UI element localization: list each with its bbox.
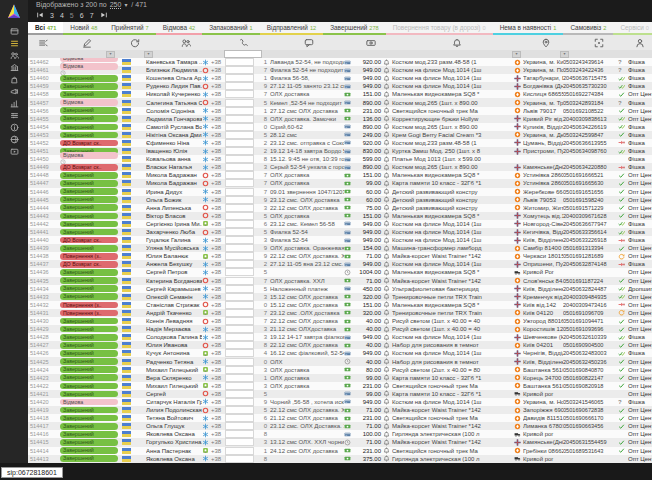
phone-masked-field[interactable]: [225, 212, 255, 220]
phone-masked-field[interactable]: [225, 220, 255, 228]
phone-masked-field[interactable]: [225, 196, 255, 204]
phone-masked-field[interactable]: [225, 58, 255, 66]
phone-masked-field[interactable]: [225, 236, 255, 244]
order-row[interactable]: 514459ЗавершенийРуденко Лидия Пав..+3892…: [28, 82, 652, 90]
phone-masked-field[interactable]: [225, 438, 255, 446]
phone-masked-field[interactable]: [225, 115, 255, 123]
order-row[interactable]: 514456ЗавершенийСоломія Сідоніна+38127.1…: [28, 107, 652, 115]
filter-dropdown[interactable]: ▾: [512, 51, 521, 58]
phone-masked-field[interactable]: [225, 204, 255, 212]
tab-3[interactable]: Відмова42: [156, 22, 202, 35]
phone-masked-field[interactable]: [225, 349, 255, 357]
phone-masked-field[interactable]: [225, 268, 255, 276]
sidebar-item-orders[interactable]: [0, 37, 28, 49]
phone-masked-field[interactable]: [225, 260, 255, 268]
order-row[interactable]: 514440ДО Возврат ск..Гуцалюк Галина+383Ф…: [28, 236, 652, 244]
sidebar-item-company[interactable]: [0, 61, 28, 73]
tab-9[interactable]: Самовивіз2: [563, 22, 613, 35]
order-row[interactable]: 514426ЗавершенийКучук Антонина+38416.12 …: [28, 349, 652, 357]
tab-6[interactable]: Завершений278: [323, 22, 386, 35]
phone-filter-input[interactable]: [224, 50, 262, 58]
order-row[interactable]: 514449ДО Возврат ск..Власюк Наталья+383С…: [28, 163, 652, 171]
tab-2[interactable]: Прийнятий7: [104, 22, 155, 35]
sidebar-item-products[interactable]: [0, 73, 28, 85]
phone-masked-field[interactable]: [225, 293, 255, 301]
order-row[interactable]: 514424ЗавершенийМихаил Гилецький+383ОЛХ …: [28, 366, 652, 374]
order-row[interactable]: 514434ЗавершенийСергей Карамышев+385Нало…: [28, 285, 652, 293]
phone-masked-field[interactable]: [225, 301, 255, 309]
order-row[interactable]: 514419ЗавершенийЛилия Подолинская+38522.…: [28, 406, 652, 414]
phone-masked-field[interactable]: [225, 147, 255, 155]
order-row[interactable]: 514433ЗавершенийОлексій Семанін+38315.12…: [28, 293, 652, 301]
first-page-button[interactable]: [36, 11, 44, 20]
phone-masked-field[interactable]: [225, 139, 255, 147]
column-header-location-icon[interactable]: [522, 35, 570, 50]
order-row[interactable]: 514417ЗавершенийОльга Глущук+38023.12 см…: [28, 422, 652, 430]
order-row[interactable]: 514442ЗавершенийСергієнко Ірина Ми..+386…: [28, 220, 652, 228]
tab-1[interactable]: Новий48: [63, 22, 104, 35]
column-header-clients-icon[interactable]: [154, 35, 218, 50]
order-row[interactable]: 514432Повернення (з..Станіслав Стрижак+3…: [28, 301, 652, 309]
column-header-product-icon[interactable]: [392, 35, 522, 50]
phone-masked-field[interactable]: [225, 66, 255, 74]
tab-10[interactable]: Сервіси0: [613, 22, 652, 35]
phone-masked-field[interactable]: [225, 155, 255, 163]
order-row[interactable]: 514454ЗавершенийСамотій Руслана Во..+380…: [28, 123, 652, 131]
phone-masked-field[interactable]: [225, 277, 255, 285]
phone-masked-field[interactable]: [225, 447, 255, 455]
order-row[interactable]: 514455ЗавершенийЛюдмила Гончарова+388ОЛХ…: [28, 115, 652, 123]
page-button-6[interactable]: 6: [80, 12, 84, 19]
phone-masked-field[interactable]: [225, 390, 255, 398]
tab-5[interactable]: Відправлений12: [260, 22, 323, 35]
order-row[interactable]: 514430ЗавершенийКсенія Левадняя+38722.12…: [28, 317, 652, 325]
phone-masked-field[interactable]: [225, 90, 255, 98]
phone-masked-field[interactable]: [225, 374, 255, 382]
phone-masked-field[interactable]: [225, 309, 255, 317]
phone-masked-field[interactable]: [225, 285, 255, 293]
order-row[interactable]: 514431Повернення (з..Андрій Ткаченко+387…: [28, 309, 652, 317]
last-page-button[interactable]: [100, 11, 108, 20]
page-button-4[interactable]: 4: [60, 12, 64, 19]
phone-masked-field[interactable]: [225, 252, 255, 260]
order-row[interactable]: 514444ЗавершенийАнна Липенська+38322.12 …: [28, 204, 652, 212]
phone-masked-field[interactable]: [225, 341, 255, 349]
phone-masked-field[interactable]: [225, 325, 255, 333]
order-row[interactable]: 514461ВідмоваБлизнюк Людмила ..+387Фиалк…: [28, 66, 652, 74]
filter-dropdown[interactable]: ▾: [144, 51, 153, 58]
phone-masked-field[interactable]: [225, 430, 255, 438]
order-row[interactable]: 514438Повернення (з..Юлия Баланюк+38922.…: [28, 252, 652, 260]
sidebar-item-dashboard[interactable]: [0, 25, 28, 37]
column-header-money-icon[interactable]: [350, 35, 392, 50]
order-row[interactable]: 514416ЗавершенийЯковлева Оксана+388100.0…: [28, 430, 652, 438]
order-row[interactable]: 514421ЗавершенийСергей+38599.00Карта пам…: [28, 390, 652, 398]
sidebar-item-integrations[interactable]: [0, 133, 28, 145]
sidebar-item-clients[interactable]: [0, 49, 28, 61]
column-header-comment-icon[interactable]: [268, 35, 350, 50]
sidebar-item-settings[interactable]: [0, 109, 28, 121]
page-size-selector[interactable]: 250: [110, 1, 122, 9]
order-row[interactable]: 514439ЗавершенийУляна Мусійовська+389ОЛХ…: [28, 244, 652, 252]
phone-masked-field[interactable]: [225, 171, 255, 179]
order-row[interactable]: 514448ЗавершенийМикола Бадражан+387ОЛХ д…: [28, 171, 652, 179]
column-header-tracking-icon[interactable]: [570, 35, 628, 50]
column-header-rows-icon[interactable]: [28, 35, 58, 50]
order-row[interactable]: 514414ЗавершенийАнна Пастернак+38124.12 …: [28, 447, 652, 455]
phone-masked-field[interactable]: [225, 382, 255, 390]
sidebar-item-statistics[interactable]: [0, 97, 28, 109]
tab-8[interactable]: Нема в наявності1: [493, 22, 564, 35]
phone-masked-field[interactable]: [225, 366, 255, 374]
phone-masked-field[interactable]: [225, 163, 255, 171]
order-row[interactable]: 514425ЗавершенийРадченко Тетяна+380ОЛХ40…: [28, 357, 652, 365]
tab-4[interactable]: Запакований1: [202, 22, 260, 35]
sidebar-item-info[interactable]: [0, 121, 28, 133]
phone-masked-field[interactable]: [225, 333, 255, 341]
phone-masked-field[interactable]: [225, 82, 255, 90]
phone-masked-field[interactable]: [225, 414, 255, 422]
sip-call-indicator[interactable]: sip:0672818601: [1, 467, 63, 478]
order-row[interactable]: 514420ВідмоваСитарчук Наталія Гр..+389Чо…: [28, 398, 652, 406]
column-header-manager-icon[interactable]: [628, 35, 652, 50]
column-header-edit-icon[interactable]: [58, 35, 116, 50]
page-button-3[interactable]: 3: [50, 12, 54, 19]
phone-masked-field[interactable]: [225, 317, 255, 325]
phone-masked-field[interactable]: [225, 107, 255, 115]
